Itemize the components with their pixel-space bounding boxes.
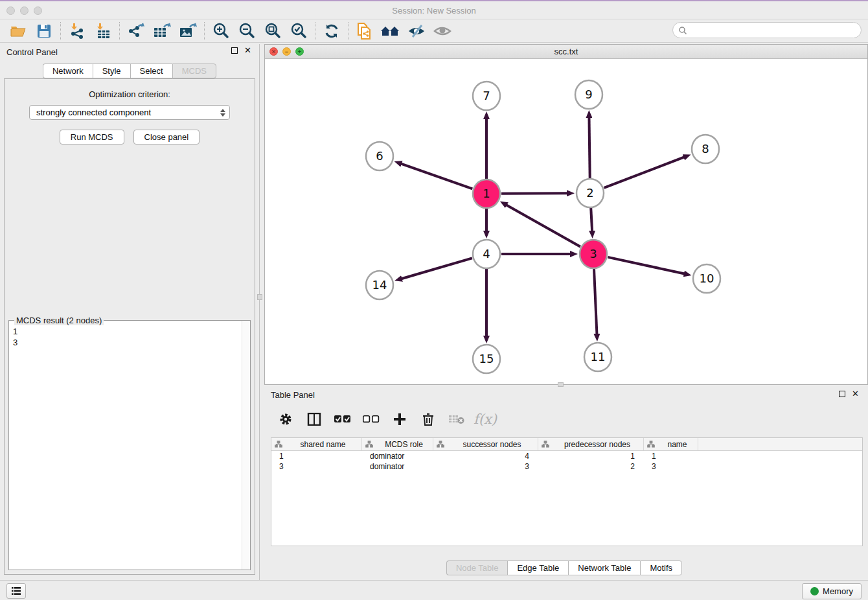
svg-text:15: 15 — [479, 352, 494, 365]
table-cell[interactable]: 3 — [644, 461, 698, 472]
zoom-fit-icon[interactable] — [260, 21, 286, 41]
column-header-name[interactable]: name — [644, 438, 698, 450]
edge-2-9[interactable] — [589, 117, 589, 178]
table-cell[interactable]: 3 — [433, 461, 538, 472]
graph-node-7[interactable]: 7 — [473, 82, 500, 110]
memory-button[interactable]: Memory — [802, 583, 862, 599]
edge-1-6[interactable] — [401, 164, 472, 189]
export-image-icon[interactable] — [175, 21, 201, 41]
select-all-checkboxes-icon[interactable] — [333, 410, 352, 429]
graph-node-11[interactable]: 11 — [584, 343, 611, 371]
table-row[interactable]: 3dominator323 — [271, 461, 862, 472]
tab-node-table[interactable]: Node Table — [446, 560, 508, 575]
gear-icon[interactable] — [276, 410, 295, 429]
control-panel-title: Control Panel — [6, 47, 58, 57]
deselect-checkboxes-icon[interactable] — [361, 410, 381, 429]
select-stepper-icon — [220, 109, 225, 117]
open-file-icon[interactable] — [5, 21, 31, 41]
table-row[interactable]: 1dominator411 — [271, 451, 862, 461]
tab-network-table[interactable]: Network Table — [568, 560, 640, 575]
edge-1-2[interactable] — [501, 193, 567, 194]
mcds-result-title: MCDS result (2 nodes) — [14, 316, 104, 325]
tab-edge-table[interactable]: Edge Table — [507, 560, 568, 575]
tab-mcds[interactable]: MCDS — [172, 63, 216, 78]
graph-node-14[interactable]: 14 — [366, 271, 393, 299]
close-panel-icon[interactable]: ✕ — [244, 47, 251, 54]
add-column-icon[interactable] — [390, 410, 409, 429]
result-scrollbar[interactable] — [242, 321, 250, 570]
zoom-in-icon[interactable] — [208, 21, 234, 41]
column-header-MCDS-role[interactable]: MCDS role — [362, 438, 433, 450]
table-cell[interactable]: 3 — [271, 461, 362, 472]
table-panel-tabs: Node TableEdge TableNetwork TableMotifs — [446, 560, 682, 575]
graph-node-1[interactable]: 1 — [473, 179, 500, 208]
table-cell[interactable]: 1 — [644, 451, 698, 461]
close-panel-button[interactable]: Close panel — [133, 130, 200, 144]
delete-table-icon[interactable] — [447, 410, 466, 429]
network-canvas[interactable]: 7968124314101511 — [265, 59, 867, 384]
graph-node-6[interactable]: 6 — [366, 142, 393, 170]
refresh-icon[interactable] — [319, 21, 345, 41]
graph-node-2[interactable]: 2 — [577, 179, 604, 207]
table-cell[interactable]: 4 — [433, 451, 538, 461]
import-table-icon[interactable] — [90, 21, 116, 41]
column-header-predecessor-nodes[interactable]: predecessor nodes — [538, 438, 644, 450]
search-input[interactable] — [690, 24, 861, 37]
float-panel-icon[interactable] — [231, 47, 238, 54]
tab-network[interactable]: Network — [43, 63, 93, 78]
vertical-splitter-grip[interactable] — [257, 294, 262, 300]
export-network-icon[interactable] — [123, 21, 149, 41]
table-panel-title: Table Panel — [271, 390, 315, 400]
tab-style[interactable]: Style — [93, 63, 130, 78]
graph-node-8[interactable]: 8 — [692, 135, 719, 163]
graph-node-9[interactable]: 9 — [575, 80, 602, 109]
home-icon[interactable] — [378, 21, 404, 41]
edge-3-1[interactable] — [506, 205, 580, 247]
hide-eye-icon[interactable] — [404, 21, 429, 41]
edge-2-8[interactable] — [604, 157, 684, 187]
mcds-panel: Optimization criterion: strongly connect… — [4, 78, 255, 575]
table-cell[interactable]: 1 — [271, 451, 362, 461]
edge-2-3[interactable] — [591, 208, 592, 231]
graph-node-15[interactable]: 15 — [473, 345, 500, 373]
application-window: Session: New Session — [0, 0, 868, 600]
zoom-selected-icon[interactable] — [286, 21, 312, 41]
task-history-button[interactable] — [6, 583, 26, 599]
function-builder-icon[interactable]: f(x) — [475, 410, 495, 429]
zoom-out-icon[interactable] — [234, 21, 260, 41]
criterion-select[interactable]: strongly connected component — [29, 105, 230, 120]
graph-node-3[interactable]: 3 — [580, 240, 607, 268]
split-columns-icon[interactable] — [304, 410, 324, 429]
show-eye-icon[interactable] — [429, 21, 455, 41]
horizontal-splitter-grip[interactable] — [558, 382, 564, 387]
mcds-result-list: 1 3 — [13, 326, 17, 348]
save-session-icon[interactable] — [31, 21, 57, 41]
import-network-icon[interactable] — [64, 21, 90, 41]
table-cell[interactable]: dominator — [362, 461, 433, 472]
node-table[interactable]: shared nameMCDS rolesuccessor nodesprede… — [271, 437, 863, 546]
run-mcds-button[interactable]: Run MCDS — [60, 130, 124, 144]
svg-text:6: 6 — [376, 149, 383, 163]
table-panel: Table Panel ✕ — [260, 387, 868, 580]
graph-node-10[interactable]: 10 — [693, 264, 720, 293]
float-table-panel-icon[interactable] — [839, 391, 845, 397]
tab-motifs[interactable]: Motifs — [640, 560, 682, 575]
network-view-window: ✕ − + scc.txt 7968124314101511 — [264, 44, 868, 385]
column-header-shared-name[interactable]: shared name — [271, 438, 362, 450]
column-header-successor-nodes[interactable]: successor nodes — [433, 438, 538, 450]
attribute-tree-icon — [647, 441, 655, 448]
table-cell[interactable]: 1 — [538, 451, 644, 461]
graph-node-4[interactable]: 4 — [473, 240, 500, 268]
table-cell[interactable]: dominator — [362, 451, 433, 461]
delete-icon[interactable] — [418, 410, 438, 429]
table-cell[interactable]: 2 — [538, 461, 644, 472]
edge-3-11[interactable] — [594, 269, 597, 334]
network-file-icon[interactable] — [352, 21, 378, 41]
search-field[interactable] — [672, 22, 862, 38]
tab-select[interactable]: Select — [130, 63, 172, 78]
edge-3-10[interactable] — [608, 257, 684, 274]
export-table-icon[interactable] — [149, 21, 175, 41]
optimization-criterion-label: Optimization criterion: — [5, 89, 255, 99]
edge-4-14[interactable] — [402, 258, 472, 279]
close-table-panel-icon[interactable]: ✕ — [852, 391, 859, 397]
